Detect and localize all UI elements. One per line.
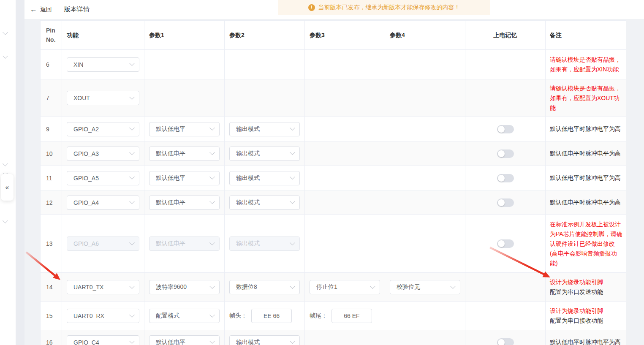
p1-select[interactable]: 默认低电平: [149, 335, 220, 345]
p2-select[interactable]: 数据位8: [229, 280, 300, 294]
chevron-down-icon: [290, 125, 295, 130]
cell-p2: 帧头：: [225, 302, 305, 330]
chevron-down-icon[interactable]: [3, 53, 8, 59]
back-button[interactable]: ← 返回: [30, 6, 52, 14]
cell-p1: 配置格式: [144, 302, 225, 330]
select-value: GPIO_A4: [73, 199, 130, 206]
cell-func: GPIO_A5: [62, 166, 144, 190]
cell-remark: 默认低电平时脉冲电平为高: [546, 166, 626, 190]
p3-input[interactable]: [332, 309, 372, 323]
p2-select[interactable]: 输出模式: [229, 147, 300, 161]
p1-select[interactable]: 默认低电平: [149, 122, 220, 136]
cell-pin: 7: [41, 79, 62, 117]
cell-p1: 默认低电平: [144, 117, 225, 141]
table-row: 11GPIO_A5默认低电平输出模式默认低电平时脉冲电平为高: [41, 166, 626, 190]
cell-pin: 12: [41, 190, 62, 215]
p2-input[interactable]: [251, 309, 292, 323]
content-area: Pin No.功能参数1参数2参数3参数4上电记忆备注6XIN请确认模块是否贴有…: [24, 19, 644, 345]
func-select[interactable]: GPIO_C4: [67, 335, 139, 345]
chevron-down-icon: [290, 240, 295, 245]
chevron-down-icon: [209, 125, 215, 130]
cell-p3: 停止位1: [305, 273, 385, 302]
cell-remark: 请确认模块是否贴有晶振，如果有，应配置为XIN功能: [546, 50, 626, 79]
memory-toggle[interactable]: [497, 125, 514, 133]
sidebar-collapse-button[interactable]: «: [1, 174, 14, 201]
column-header-label: 备注: [550, 30, 562, 40]
memory-toggle[interactable]: [497, 149, 514, 158]
remark-text: 默认低电平时脉冲电平为高: [550, 149, 621, 158]
table-row: 6XIN请确认模块是否贴有晶振，如果有，应配置为XIN功能: [41, 50, 626, 79]
cell-p3: [305, 117, 385, 141]
func-select[interactable]: GPIO_A4: [67, 196, 139, 210]
p2-input-label: 帧头：: [229, 312, 247, 320]
func-select[interactable]: UART0_RX: [67, 309, 139, 323]
p2-select[interactable]: 输出模式: [229, 335, 300, 345]
p1-select[interactable]: 默认低电平: [149, 171, 220, 185]
cell-p2: 输出模式: [225, 330, 305, 345]
chevron-down-icon: [129, 60, 135, 66]
memory-toggle[interactable]: [497, 174, 514, 182]
select-value: 默认低电平: [156, 240, 210, 247]
table-row: 7XOUT请确认模块是否贴有晶振，如果有，应配置为XOUT功能: [41, 79, 626, 117]
func-select[interactable]: GPIO_A2: [67, 122, 139, 136]
chevron-down-icon: [290, 174, 295, 179]
collapse-icon: «: [5, 184, 9, 191]
memory-toggle[interactable]: [497, 338, 514, 345]
p2-select[interactable]: 输出模式: [229, 196, 300, 210]
memory-toggle[interactable]: [497, 239, 514, 248]
select-value: 输出模式: [236, 240, 291, 247]
p2-select[interactable]: 输出模式: [229, 122, 300, 136]
remark-text: 请确认模块是否贴有晶振，如果有，应配置为XIN功能: [550, 55, 622, 74]
cell-p4: [385, 215, 465, 272]
cell-p4: 校验位无: [385, 273, 465, 302]
cell-p4: [385, 50, 465, 79]
cell-p4: [385, 330, 465, 345]
cell-p1: [144, 50, 225, 79]
select-value: GPIO_C4: [73, 339, 130, 345]
chevron-down-icon[interactable]: [3, 218, 8, 223]
chevron-down-icon[interactable]: [3, 161, 8, 166]
select-value: 默认低电平: [156, 150, 210, 158]
cell-pin: 9: [41, 117, 62, 141]
table-row: 15UART0_RX配置格式帧头：帧尾：设计为烧录功能引脚配置为串口接收功能: [41, 302, 626, 330]
cell-func: XIN: [62, 50, 144, 79]
cell-p1: 默认低电平: [144, 190, 225, 215]
cell-mem: [465, 330, 546, 345]
cell-remark: 默认低电平时脉冲电平为高: [546, 141, 626, 166]
select-value: 校验位无: [397, 283, 451, 291]
p1-select[interactable]: 波特率9600: [149, 280, 220, 294]
memory-toggle[interactable]: [497, 198, 514, 207]
cell-func: XOUT: [62, 79, 144, 117]
select-value: 数据位8: [236, 283, 291, 291]
cell-mem: [465, 50, 546, 79]
column-header-label: 参数2: [229, 30, 245, 40]
cell-p3: 帧尾：: [305, 302, 385, 330]
cell-p2: 输出模式: [225, 190, 305, 215]
func-select[interactable]: GPIO_A3: [67, 147, 139, 161]
func-select[interactable]: UART0_TX: [67, 280, 139, 294]
func-select[interactable]: GPIO_A5: [67, 171, 139, 185]
p1-select[interactable]: 默认低电平: [149, 236, 220, 251]
p4-select[interactable]: 校验位无: [390, 280, 460, 294]
p1-select[interactable]: 配置格式: [149, 309, 220, 323]
func-select[interactable]: XOUT: [67, 91, 139, 105]
p1-select[interactable]: 默认低电平: [149, 147, 220, 161]
pin-number: 11: [46, 175, 52, 182]
func-select[interactable]: XIN: [67, 57, 139, 72]
p2-select[interactable]: 输出模式: [229, 171, 300, 185]
chevron-down-icon: [290, 283, 295, 289]
func-select[interactable]: GPIO_A6: [67, 236, 139, 251]
p3-select[interactable]: 停止位1: [310, 280, 380, 294]
cell-remark: 设计为烧录功能引脚配置为串口发送功能: [546, 273, 626, 302]
page-title: 版本详情: [64, 5, 90, 14]
select-value: XOUT: [73, 95, 130, 101]
cell-mem: [465, 141, 546, 166]
select-value: 波特率9600: [156, 283, 210, 291]
pin-number: 9: [46, 126, 49, 133]
chevron-down-icon[interactable]: [3, 30, 8, 35]
p1-select[interactable]: 默认低电平: [149, 196, 220, 210]
cell-pin: 13: [41, 215, 62, 272]
chevron-down-icon: [129, 125, 135, 130]
cell-p2: 输出模式: [225, 215, 305, 272]
p2-select[interactable]: 输出模式: [229, 236, 300, 251]
